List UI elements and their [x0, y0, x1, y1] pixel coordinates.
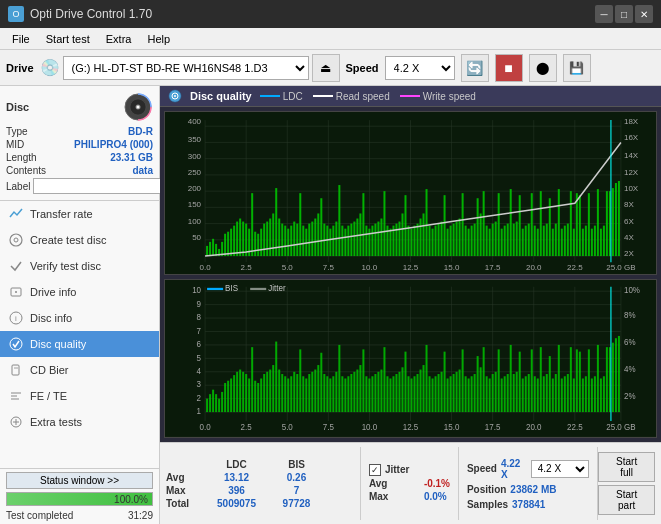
svg-rect-41: [209, 242, 211, 256]
svg-rect-100: [386, 226, 388, 256]
settings-button[interactable]: ■: [495, 54, 523, 82]
sidebar-item-extra-tests[interactable]: Extra tests: [0, 409, 159, 435]
start-part-button[interactable]: Start part: [598, 485, 655, 515]
sidebar-item-transfer-rate[interactable]: Transfer rate: [0, 201, 159, 227]
record-button[interactable]: ⬤: [529, 54, 557, 82]
transfer-rate-icon: [8, 206, 24, 222]
svg-rect-292: [395, 374, 397, 412]
speed-stat-select[interactable]: 4.2 X: [531, 460, 590, 478]
svg-text:150: 150: [188, 200, 202, 209]
svg-rect-118: [441, 222, 443, 256]
svg-rect-349: [567, 374, 569, 412]
svg-text:15.0: 15.0: [444, 422, 460, 433]
svg-rect-62: [272, 213, 274, 256]
menu-extra[interactable]: Extra: [98, 31, 140, 47]
svg-rect-327: [501, 379, 503, 413]
svg-rect-262: [305, 379, 307, 413]
svg-rect-85: [341, 226, 343, 256]
sidebar-item-drive-info[interactable]: Drive info: [0, 279, 159, 305]
minimize-button[interactable]: ─: [595, 5, 613, 23]
svg-rect-61: [269, 219, 271, 257]
svg-rect-58: [260, 229, 262, 256]
svg-rect-137: [498, 193, 500, 256]
svg-rect-347: [561, 379, 563, 413]
svg-rect-355: [585, 377, 587, 413]
nav-verify-test-disc-label: Verify test disc: [30, 260, 101, 272]
disc-info-table: Type BD-R MID PHILIPRO4 (000) Length 23.…: [6, 126, 153, 194]
svg-rect-74: [308, 224, 310, 256]
svg-rect-251: [272, 365, 274, 412]
disc-type-value: BD-R: [128, 126, 153, 137]
svg-point-10: [10, 338, 22, 350]
svg-rect-352: [576, 350, 578, 413]
action-buttons: Start full Start part: [598, 443, 661, 524]
start-full-button[interactable]: Start full: [598, 452, 655, 482]
disc-label-input[interactable]: [33, 178, 166, 194]
svg-text:17.5: 17.5: [485, 422, 501, 433]
disc-contents-row: Contents data: [6, 165, 153, 176]
svg-rect-59: [263, 224, 265, 256]
svg-text:2.5: 2.5: [241, 422, 252, 433]
drive-select[interactable]: (G:) HL-DT-ST BD-RE WH16NS48 1.D3: [63, 56, 309, 80]
svg-text:7: 7: [197, 326, 202, 337]
sidebar-item-disc-info[interactable]: i Disc info: [0, 305, 159, 331]
svg-rect-279: [356, 370, 358, 413]
sidebar-item-create-test-disc[interactable]: Create test disc: [0, 227, 159, 253]
sidebar-item-verify-test-disc[interactable]: Verify test disc: [0, 253, 159, 279]
max-label: Max: [166, 485, 204, 496]
svg-rect-340: [540, 347, 542, 412]
svg-rect-293: [398, 372, 400, 412]
svg-rect-281: [362, 350, 364, 413]
fe-te-icon: [8, 388, 24, 404]
save-button[interactable]: 💾: [563, 54, 591, 82]
close-button[interactable]: ✕: [635, 5, 653, 23]
disc-contents-value: data: [132, 165, 153, 176]
jitter-checkbox[interactable]: ✓: [369, 464, 381, 476]
svg-rect-117: [438, 224, 440, 256]
sidebar-item-cd-bier[interactable]: CD Bier: [0, 357, 159, 383]
svg-rect-266: [317, 365, 319, 412]
stats-avg-row: Avg 13.12 0.26: [166, 472, 354, 483]
svg-rect-280: [359, 365, 361, 412]
svg-rect-161: [570, 191, 572, 256]
svg-rect-365: [615, 339, 617, 413]
app-title: Opti Drive Control 1.70: [30, 7, 152, 21]
max-jitter-value: 0.0%: [424, 491, 447, 502]
svg-rect-170: [597, 189, 599, 256]
svg-rect-313: [459, 370, 461, 413]
svg-rect-128: [471, 226, 473, 256]
svg-rect-358: [594, 377, 596, 413]
svg-rect-285: [374, 374, 376, 412]
svg-rect-289: [386, 377, 388, 413]
charts-container: 400 350 300 250 200 150 100 50 18X 16X 1…: [160, 107, 661, 442]
svg-rect-323: [489, 379, 491, 413]
maximize-button[interactable]: □: [615, 5, 633, 23]
svg-rect-328: [504, 377, 506, 413]
max-ldc-value: 396: [204, 485, 269, 496]
svg-rect-311: [453, 374, 455, 412]
svg-text:6X: 6X: [624, 217, 634, 226]
svg-text:5.0: 5.0: [282, 422, 293, 433]
refresh-button[interactable]: 🔄: [461, 54, 489, 82]
svg-rect-322: [486, 377, 488, 413]
svg-rect-230: [209, 394, 211, 412]
eject-button[interactable]: ⏏: [312, 54, 340, 82]
status-window-button[interactable]: Status window >>: [6, 472, 153, 489]
svg-text:4: 4: [197, 366, 202, 377]
speed-select[interactable]: 4.2 X: [385, 56, 455, 80]
menu-file[interactable]: File: [4, 31, 38, 47]
menu-start-test[interactable]: Start test: [38, 31, 98, 47]
speed-stat-label: Speed: [467, 463, 497, 474]
disc-quality-icon: [8, 336, 24, 352]
svg-rect-166: [585, 226, 587, 256]
menu-help[interactable]: Help: [139, 31, 178, 47]
svg-rect-325: [495, 372, 497, 412]
svg-rect-110: [417, 224, 419, 256]
svg-point-7: [15, 291, 17, 293]
svg-rect-270: [329, 379, 331, 413]
sidebar-item-fe-te[interactable]: FE / TE: [0, 383, 159, 409]
sidebar-item-disc-quality[interactable]: Disc quality: [0, 331, 159, 357]
svg-rect-256: [287, 379, 289, 413]
ldc-label: LDC: [283, 91, 303, 102]
ldc-column-header: LDC: [204, 459, 269, 470]
